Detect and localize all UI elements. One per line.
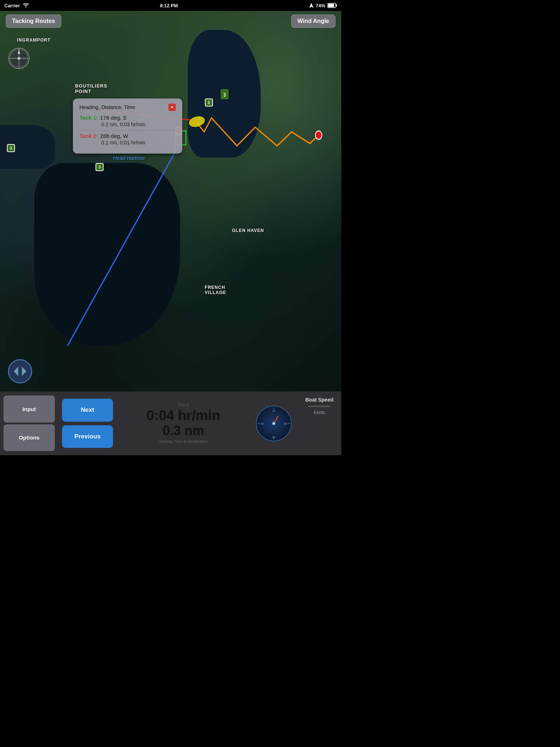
options-button[interactable]: Options xyxy=(4,425,55,451)
svg-point-34 xyxy=(272,422,275,425)
previous-button[interactable]: Previous xyxy=(62,425,113,448)
boat-speed-bar xyxy=(308,406,330,407)
tack1-detail: 0.2 nm, 0:03 hr/min xyxy=(79,121,176,127)
svg-point-0 xyxy=(25,7,26,8)
info-popup: Heading, Distance, Time × Tack 1: 178 de… xyxy=(73,98,182,154)
center-nav: Next Previous xyxy=(58,391,117,455)
left-controls: Input Options xyxy=(0,391,58,455)
knots-label: Knots xyxy=(314,410,325,415)
svg-point-20 xyxy=(18,57,20,60)
location-icon xyxy=(309,3,314,8)
wind-angle-button[interactable]: Wind Angle xyxy=(291,15,335,28)
tack1-label: Tack 1: xyxy=(79,115,98,121)
input-button[interactable]: Input xyxy=(4,396,55,422)
svg-line-4 xyxy=(67,146,179,346)
map-background: INGRAMPORT BOUTILIERSPOINT GLEN HAVEN FR… xyxy=(0,11,341,391)
map-area[interactable]: INGRAMPORT BOUTILIERSPOINT GLEN HAVEN FR… xyxy=(0,11,341,391)
nav-arrows-button[interactable] xyxy=(7,359,33,384)
svg-text:25: 25 xyxy=(284,422,287,425)
tack2-detail: 0.1 nm, 0:01 hr/min xyxy=(79,140,176,146)
svg-text:3: 3 xyxy=(223,92,226,98)
svg-rect-3 xyxy=(328,4,334,7)
status-bar-right: 74% xyxy=(309,3,337,8)
nav-arrows-icon xyxy=(7,359,33,384)
svg-text:30: 30 xyxy=(272,436,276,439)
tack2-heading: 268 deg, W xyxy=(100,133,128,139)
boat-speed-panel: Boat Speed Knots xyxy=(298,391,341,455)
status-time: 8:12 PM xyxy=(160,3,178,8)
popup-header: Heading, Distance, Time × xyxy=(79,104,176,111)
status-bar-left: Carrier xyxy=(4,3,29,8)
boat-speed-label: Boat Speed xyxy=(305,397,333,403)
ttd-display: TTD ® 0:04 hr/min 0.3 nm Tacking Time to… xyxy=(117,391,250,455)
battery-icon xyxy=(327,3,337,8)
ttd-sublabel: Tacking Time to Destination xyxy=(159,439,208,444)
svg-point-8 xyxy=(315,131,322,139)
route-overlay: 3 xyxy=(0,11,341,391)
svg-text:20: 20 xyxy=(261,422,264,425)
tack2-row: Tack 2: 268 deg, W xyxy=(79,133,176,139)
wifi-icon xyxy=(23,3,29,8)
svg-point-21 xyxy=(8,360,32,383)
carrier-label: Carrier xyxy=(4,3,20,8)
popup-divider xyxy=(79,130,176,131)
battery-percent: 74% xyxy=(316,3,325,8)
compass-rose[interactable] xyxy=(8,47,30,69)
svg-point-9 xyxy=(188,115,205,128)
popup-title: Heading, Distance, Time xyxy=(79,104,135,110)
tack2-label: Tack 2: xyxy=(79,133,98,139)
next-button[interactable]: Next xyxy=(62,399,113,422)
popup-close-button[interactable]: × xyxy=(168,104,176,111)
compass-gauge-icon: 15 30 20 25 xyxy=(256,405,292,442)
svg-rect-2 xyxy=(336,4,337,7)
ttd-badge: TTD ® xyxy=(178,403,190,407)
bottom-bar: Input Options Next Previous TTD ® 0:04 h… xyxy=(0,391,341,455)
tack1-row: Tack 1: 178 deg, S xyxy=(79,115,176,121)
ttd-distance: 0.3 nm xyxy=(163,423,204,438)
compass-gauge: 15 30 20 25 xyxy=(250,391,298,455)
svg-text:15: 15 xyxy=(272,409,276,413)
tacking-routes-button[interactable]: Tacking Routes xyxy=(6,15,61,28)
status-bar: Carrier 8:12 PM 74% xyxy=(0,0,341,11)
tack1-heading: 178 deg, S xyxy=(100,115,127,121)
ttd-time: 0:04 hr/min xyxy=(147,408,221,423)
